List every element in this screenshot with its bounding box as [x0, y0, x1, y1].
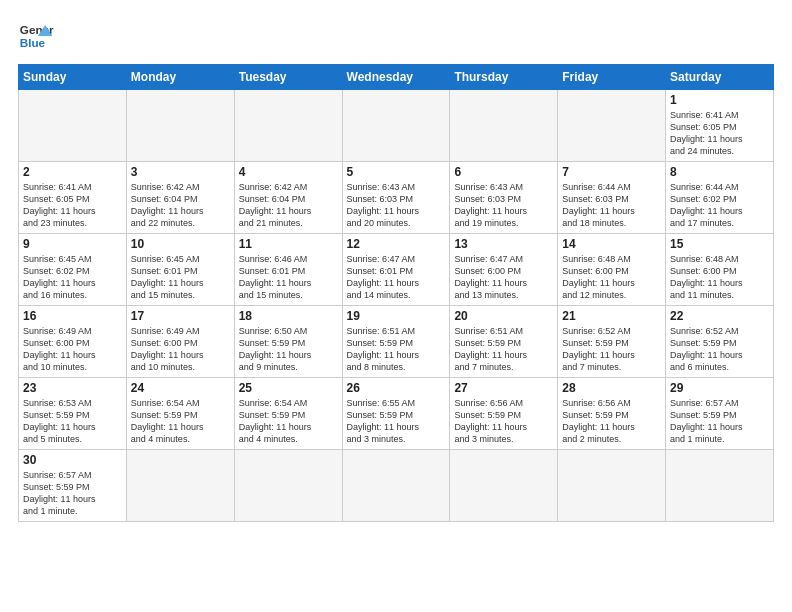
day-number: 1 — [670, 93, 769, 107]
day-info: Sunrise: 6:57 AM Sunset: 5:59 PM Dayligh… — [670, 397, 769, 446]
day-info: Sunrise: 6:47 AM Sunset: 6:00 PM Dayligh… — [454, 253, 553, 302]
day-cell: 15Sunrise: 6:48 AM Sunset: 6:00 PM Dayli… — [666, 234, 774, 306]
day-info: Sunrise: 6:53 AM Sunset: 5:59 PM Dayligh… — [23, 397, 122, 446]
day-cell: 3Sunrise: 6:42 AM Sunset: 6:04 PM Daylig… — [126, 162, 234, 234]
day-info: Sunrise: 6:45 AM Sunset: 6:01 PM Dayligh… — [131, 253, 230, 302]
day-cell — [450, 450, 558, 522]
week-row-1: 2Sunrise: 6:41 AM Sunset: 6:05 PM Daylig… — [19, 162, 774, 234]
calendar: SundayMondayTuesdayWednesdayThursdayFrid… — [18, 64, 774, 522]
day-info: Sunrise: 6:48 AM Sunset: 6:00 PM Dayligh… — [670, 253, 769, 302]
day-info: Sunrise: 6:57 AM Sunset: 5:59 PM Dayligh… — [23, 469, 122, 518]
day-number: 27 — [454, 381, 553, 395]
day-cell: 27Sunrise: 6:56 AM Sunset: 5:59 PM Dayli… — [450, 378, 558, 450]
logo: General Blue — [18, 18, 54, 54]
day-cell: 14Sunrise: 6:48 AM Sunset: 6:00 PM Dayli… — [558, 234, 666, 306]
day-number: 16 — [23, 309, 122, 323]
day-info: Sunrise: 6:56 AM Sunset: 5:59 PM Dayligh… — [562, 397, 661, 446]
day-number: 29 — [670, 381, 769, 395]
day-cell: 22Sunrise: 6:52 AM Sunset: 5:59 PM Dayli… — [666, 306, 774, 378]
day-number: 18 — [239, 309, 338, 323]
day-cell: 12Sunrise: 6:47 AM Sunset: 6:01 PM Dayli… — [342, 234, 450, 306]
day-cell: 10Sunrise: 6:45 AM Sunset: 6:01 PM Dayli… — [126, 234, 234, 306]
header: General Blue — [18, 18, 774, 54]
weekday-header-saturday: Saturday — [666, 65, 774, 90]
day-cell: 6Sunrise: 6:43 AM Sunset: 6:03 PM Daylig… — [450, 162, 558, 234]
day-number: 10 — [131, 237, 230, 251]
day-cell — [558, 450, 666, 522]
day-number: 3 — [131, 165, 230, 179]
day-cell: 23Sunrise: 6:53 AM Sunset: 5:59 PM Dayli… — [19, 378, 127, 450]
day-cell: 29Sunrise: 6:57 AM Sunset: 5:59 PM Dayli… — [666, 378, 774, 450]
day-info: Sunrise: 6:52 AM Sunset: 5:59 PM Dayligh… — [670, 325, 769, 374]
day-number: 7 — [562, 165, 661, 179]
day-cell: 13Sunrise: 6:47 AM Sunset: 6:00 PM Dayli… — [450, 234, 558, 306]
day-cell: 8Sunrise: 6:44 AM Sunset: 6:02 PM Daylig… — [666, 162, 774, 234]
day-number: 2 — [23, 165, 122, 179]
page: General Blue SundayMondayTuesdayWednesda… — [0, 0, 792, 612]
day-number: 12 — [347, 237, 446, 251]
day-cell — [234, 450, 342, 522]
day-cell — [558, 90, 666, 162]
day-cell — [19, 90, 127, 162]
day-info: Sunrise: 6:44 AM Sunset: 6:03 PM Dayligh… — [562, 181, 661, 230]
weekday-header-sunday: Sunday — [19, 65, 127, 90]
day-info: Sunrise: 6:43 AM Sunset: 6:03 PM Dayligh… — [454, 181, 553, 230]
weekday-header-thursday: Thursday — [450, 65, 558, 90]
day-number: 20 — [454, 309, 553, 323]
day-cell: 17Sunrise: 6:49 AM Sunset: 6:00 PM Dayli… — [126, 306, 234, 378]
weekday-header-friday: Friday — [558, 65, 666, 90]
day-number: 23 — [23, 381, 122, 395]
day-cell: 4Sunrise: 6:42 AM Sunset: 6:04 PM Daylig… — [234, 162, 342, 234]
day-cell: 26Sunrise: 6:55 AM Sunset: 5:59 PM Dayli… — [342, 378, 450, 450]
day-number: 25 — [239, 381, 338, 395]
day-info: Sunrise: 6:41 AM Sunset: 6:05 PM Dayligh… — [670, 109, 769, 158]
weekday-header-row: SundayMondayTuesdayWednesdayThursdayFrid… — [19, 65, 774, 90]
day-cell — [126, 450, 234, 522]
day-info: Sunrise: 6:44 AM Sunset: 6:02 PM Dayligh… — [670, 181, 769, 230]
day-info: Sunrise: 6:47 AM Sunset: 6:01 PM Dayligh… — [347, 253, 446, 302]
day-cell — [234, 90, 342, 162]
day-cell: 20Sunrise: 6:51 AM Sunset: 5:59 PM Dayli… — [450, 306, 558, 378]
logo-icon: General Blue — [18, 18, 54, 54]
day-cell: 11Sunrise: 6:46 AM Sunset: 6:01 PM Dayli… — [234, 234, 342, 306]
week-row-4: 23Sunrise: 6:53 AM Sunset: 5:59 PM Dayli… — [19, 378, 774, 450]
day-number: 22 — [670, 309, 769, 323]
day-info: Sunrise: 6:43 AM Sunset: 6:03 PM Dayligh… — [347, 181, 446, 230]
day-cell — [342, 90, 450, 162]
week-row-0: 1Sunrise: 6:41 AM Sunset: 6:05 PM Daylig… — [19, 90, 774, 162]
day-info: Sunrise: 6:54 AM Sunset: 5:59 PM Dayligh… — [239, 397, 338, 446]
day-number: 8 — [670, 165, 769, 179]
day-info: Sunrise: 6:55 AM Sunset: 5:59 PM Dayligh… — [347, 397, 446, 446]
week-row-5: 30Sunrise: 6:57 AM Sunset: 5:59 PM Dayli… — [19, 450, 774, 522]
day-info: Sunrise: 6:45 AM Sunset: 6:02 PM Dayligh… — [23, 253, 122, 302]
day-info: Sunrise: 6:42 AM Sunset: 6:04 PM Dayligh… — [239, 181, 338, 230]
day-cell: 21Sunrise: 6:52 AM Sunset: 5:59 PM Dayli… — [558, 306, 666, 378]
weekday-header-wednesday: Wednesday — [342, 65, 450, 90]
day-info: Sunrise: 6:49 AM Sunset: 6:00 PM Dayligh… — [23, 325, 122, 374]
day-number: 9 — [23, 237, 122, 251]
day-cell — [450, 90, 558, 162]
day-cell: 9Sunrise: 6:45 AM Sunset: 6:02 PM Daylig… — [19, 234, 127, 306]
day-number: 6 — [454, 165, 553, 179]
day-cell: 25Sunrise: 6:54 AM Sunset: 5:59 PM Dayli… — [234, 378, 342, 450]
week-row-3: 16Sunrise: 6:49 AM Sunset: 6:00 PM Dayli… — [19, 306, 774, 378]
day-info: Sunrise: 6:49 AM Sunset: 6:00 PM Dayligh… — [131, 325, 230, 374]
day-number: 14 — [562, 237, 661, 251]
weekday-header-tuesday: Tuesday — [234, 65, 342, 90]
day-number: 26 — [347, 381, 446, 395]
day-number: 30 — [23, 453, 122, 467]
day-info: Sunrise: 6:56 AM Sunset: 5:59 PM Dayligh… — [454, 397, 553, 446]
day-cell: 5Sunrise: 6:43 AM Sunset: 6:03 PM Daylig… — [342, 162, 450, 234]
day-number: 11 — [239, 237, 338, 251]
day-number: 4 — [239, 165, 338, 179]
day-info: Sunrise: 6:51 AM Sunset: 5:59 PM Dayligh… — [347, 325, 446, 374]
svg-text:Blue: Blue — [20, 36, 46, 49]
day-number: 15 — [670, 237, 769, 251]
day-cell — [126, 90, 234, 162]
day-info: Sunrise: 6:54 AM Sunset: 5:59 PM Dayligh… — [131, 397, 230, 446]
day-cell: 2Sunrise: 6:41 AM Sunset: 6:05 PM Daylig… — [19, 162, 127, 234]
weekday-header-monday: Monday — [126, 65, 234, 90]
day-cell: 16Sunrise: 6:49 AM Sunset: 6:00 PM Dayli… — [19, 306, 127, 378]
day-number: 21 — [562, 309, 661, 323]
day-cell: 18Sunrise: 6:50 AM Sunset: 5:59 PM Dayli… — [234, 306, 342, 378]
